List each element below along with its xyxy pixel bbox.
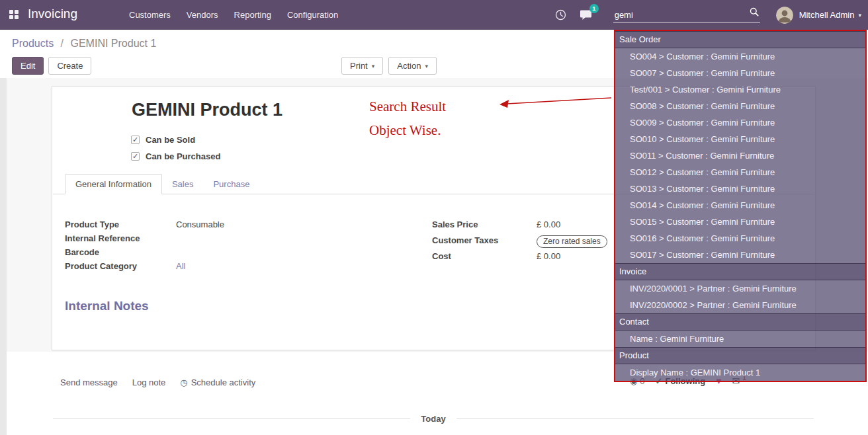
search-result-item[interactable]: SO009 > Customer : Gemini Furniture bbox=[615, 114, 865, 131]
user-menu-caret-icon[interactable]: ▾ bbox=[858, 12, 861, 19]
can-be-purchased-label: Can be Purchased bbox=[146, 151, 220, 161]
search-result-item[interactable]: SO012 > Customer : Gemini Furniture bbox=[615, 164, 865, 180]
today-label: Today bbox=[410, 414, 456, 424]
navbar-search bbox=[613, 8, 760, 22]
tax-tag: Zero rated sales bbox=[537, 235, 607, 248]
action-label: Action bbox=[397, 61, 421, 71]
field-label: Cost bbox=[432, 251, 537, 261]
navbar-right: 1 Mitchell Admin ▾ bbox=[555, 0, 861, 30]
messages-icon[interactable]: 1 bbox=[580, 9, 592, 20]
search-result-item[interactable]: SO013 > Customer : Gemini Furniture bbox=[615, 180, 865, 197]
search-result-item[interactable]: SO011 > Customer : Gemini Furniture bbox=[615, 147, 865, 164]
print-dropdown-button[interactable]: Print▾ bbox=[341, 57, 383, 75]
create-button[interactable]: Create bbox=[48, 57, 91, 75]
apps-grid-icon[interactable] bbox=[9, 9, 19, 22]
app-window: Invoicing CustomersVendorsReportingConfi… bbox=[0, 0, 868, 435]
product-title: GEMINI Product 1 bbox=[132, 100, 282, 120]
field-row-barcode: Barcode bbox=[65, 247, 415, 260]
field-label: Customer Taxes bbox=[432, 235, 537, 245]
result-group-contact: Contact bbox=[615, 313, 865, 331]
activities-clock-icon[interactable] bbox=[555, 9, 566, 20]
search-result-item[interactable]: Name : Gemini Furniture bbox=[615, 331, 865, 347]
app-name[interactable]: Invoicing bbox=[28, 7, 77, 21]
checkbox-row: ✓Can be Purchased bbox=[131, 151, 220, 161]
caret-down-icon: ▾ bbox=[372, 63, 375, 69]
search-result-item[interactable]: SO004 > Customer : Gemini Furniture bbox=[615, 48, 865, 65]
action-dropdown-button[interactable]: Action▾ bbox=[388, 57, 437, 75]
schedule-activity-button[interactable]: ◷ Schedule activity bbox=[180, 377, 255, 387]
search-result-item[interactable]: Test/001 > Customer : Gemini Furniture bbox=[615, 81, 865, 98]
log-note-button[interactable]: Log note bbox=[132, 377, 166, 387]
record-buttons: Edit Create bbox=[12, 57, 91, 75]
can-be-purchased-checkbox[interactable]: ✓ bbox=[131, 152, 140, 161]
annotation-text: Search Result Object Wise. bbox=[369, 95, 446, 142]
field-value-link[interactable]: All bbox=[176, 261, 185, 271]
search-result-item[interactable]: SO014 > Customer : Gemini Furniture bbox=[615, 197, 865, 214]
search-result-item[interactable]: SO016 > Customer : Gemini Furniture bbox=[615, 230, 865, 247]
breadcrumb-current: GEMINI Product 1 bbox=[71, 38, 157, 49]
fields-left: Product TypeConsumableInternal Reference… bbox=[65, 219, 415, 275]
search-result-item[interactable]: SO007 > Customer : Gemini Furniture bbox=[615, 65, 865, 81]
menu-vendors[interactable]: Vendors bbox=[187, 10, 218, 20]
result-group-product: Product bbox=[615, 347, 865, 364]
result-group-invoice: Invoice bbox=[615, 263, 865, 280]
field-label: Barcode bbox=[65, 247, 176, 257]
field-row-internal-reference: Internal Reference bbox=[65, 233, 415, 246]
annotation-line-2: Object Wise. bbox=[369, 118, 446, 142]
result-group-sale-order: Sale Order bbox=[615, 31, 865, 48]
menu-configuration[interactable]: Configuration bbox=[287, 10, 338, 20]
can-be-sold-label: Can be Sold bbox=[146, 135, 195, 145]
search-result-item[interactable]: SO015 > Customer : Gemini Furniture bbox=[615, 214, 865, 230]
field-row-product-type: Product TypeConsumable bbox=[65, 219, 415, 232]
user-menu[interactable]: Mitchell Admin bbox=[799, 10, 855, 20]
field-value: £ 0.00 bbox=[537, 219, 560, 229]
schedule-activity-label: Schedule activity bbox=[191, 377, 256, 387]
clock-icon: ◷ bbox=[180, 377, 187, 387]
breadcrumb: Products / GEMINI Product 1 bbox=[12, 38, 156, 50]
field-value: £ 0.00 bbox=[537, 251, 560, 261]
search-result-item[interactable]: INV/2020/0002 > Partner : Gemini Furnitu… bbox=[615, 297, 865, 313]
chatter-actions: Send message Log note ◷ Schedule activit… bbox=[60, 377, 255, 387]
breadcrumb-products-link[interactable]: Products bbox=[12, 38, 54, 49]
message-count-badge: 1 bbox=[589, 4, 599, 13]
search-results-dropdown: Sale OrderSO004 > Customer : Gemini Furn… bbox=[614, 30, 867, 382]
caret-down-icon: ▾ bbox=[425, 63, 428, 69]
left-scroll-strip[interactable] bbox=[0, 78, 7, 435]
field-row-product-category: Product CategoryAll bbox=[65, 261, 415, 274]
navbar-menus: CustomersVendorsReportingConfiguration bbox=[129, 0, 338, 30]
today-divider: Today bbox=[53, 414, 814, 424]
search-result-item[interactable]: SO010 > Customer : Gemini Furniture bbox=[615, 131, 865, 147]
search-input[interactable] bbox=[613, 8, 743, 22]
can-be-sold-checkbox[interactable]: ✓ bbox=[131, 136, 140, 144]
tab-sales[interactable]: Sales bbox=[162, 174, 204, 194]
edit-button[interactable]: Edit bbox=[12, 57, 44, 75]
field-value bbox=[176, 247, 179, 257]
field-value bbox=[176, 233, 179, 243]
checkbox-row: ✓Can be Sold bbox=[131, 135, 220, 145]
field-label: Internal Reference bbox=[65, 233, 176, 243]
tab-general-information[interactable]: General Information bbox=[65, 174, 162, 194]
field-value: Consumable bbox=[176, 219, 224, 229]
search-result-item[interactable]: Display Name : GEMINI Product 1 bbox=[615, 364, 865, 381]
tab-purchase[interactable]: Purchase bbox=[203, 174, 259, 194]
send-message-button[interactable]: Send message bbox=[60, 377, 118, 387]
menu-customers[interactable]: Customers bbox=[129, 10, 171, 20]
search-result-item[interactable]: INV/2020/0001 > Partner : Gemini Furnitu… bbox=[615, 280, 865, 297]
search-icon[interactable] bbox=[750, 7, 759, 19]
annotation-arrow bbox=[498, 92, 615, 110]
user-avatar[interactable] bbox=[776, 7, 793, 24]
annotation-line-1: Search Result bbox=[369, 95, 446, 118]
product-flags: ✓Can be Sold✓Can be Purchased bbox=[131, 135, 220, 168]
field-label: Sales Price bbox=[432, 219, 537, 229]
action-buttons: Print▾ Action▾ bbox=[341, 57, 437, 75]
field-label: Product Type bbox=[65, 219, 176, 229]
menu-reporting[interactable]: Reporting bbox=[234, 10, 271, 20]
search-result-item[interactable]: SO008 > Customer : Gemini Furniture bbox=[615, 98, 865, 114]
internal-notes-heading: Internal Notes bbox=[65, 299, 149, 313]
print-label: Print bbox=[350, 61, 368, 71]
breadcrumb-separator: / bbox=[61, 38, 64, 49]
field-label: Product Category bbox=[65, 261, 176, 271]
top-navbar: Invoicing CustomersVendorsReportingConfi… bbox=[0, 0, 868, 30]
search-result-item[interactable]: SO017 > Customer : Gemini Furniture bbox=[615, 247, 865, 263]
